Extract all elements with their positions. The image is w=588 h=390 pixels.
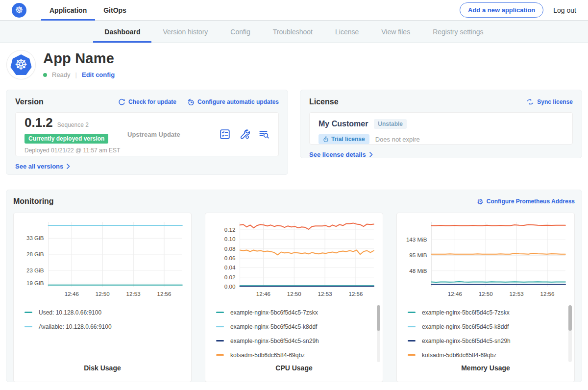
config-wrench-icon[interactable]: [239, 129, 250, 140]
legend-item: example-nginx-5bc6f5d4c5-7zskx: [408, 305, 570, 319]
chevron-right-icon: [369, 152, 373, 157]
status-text: Ready: [52, 71, 71, 78]
deploy-logs-icon[interactable]: [259, 129, 270, 140]
legend-item: kotsadm-5db6dc6584-69qbz: [408, 348, 570, 362]
legend-swatch: [216, 340, 224, 341]
memory-usage-panel: 12:4612:5012:5312:56143 MiB95 MiB48 MiB …: [396, 213, 575, 382]
current-version-panel: 0.1.2 Sequence 2 Currently deployed vers…: [15, 112, 279, 156]
sync-license-button[interactable]: Sync license: [526, 98, 573, 105]
legend-label: kotsadm-5db6dc6584-69qbz: [230, 352, 305, 359]
legend-swatch: [24, 312, 32, 313]
svg-text:23 GiB: 23 GiB: [26, 268, 44, 273]
configure-prometheus-label: Configure Prometheus Address: [487, 198, 575, 205]
legend-swatch: [216, 354, 224, 356]
legend-item: Used: 10.128.0.66:9100: [24, 305, 187, 319]
legend-item: example-nginx-5bc6f5d4c5-k8ddf: [216, 319, 379, 334]
subnav-tab-version-history[interactable]: Version history: [151, 21, 219, 43]
license-type-badge: Trial license: [318, 134, 369, 144]
topnav-tab-application[interactable]: Application: [41, 0, 95, 21]
svg-text:95 MiB: 95 MiB: [409, 252, 427, 258]
version-card: Version Check for update: [6, 90, 288, 175]
subnav-tab-registry-settings[interactable]: Registry settings: [421, 21, 494, 43]
legend-label: kotsadm-5db6dc6584-69qbz: [422, 352, 496, 359]
svg-text:12:46: 12:46: [256, 291, 270, 297]
legend-item: example-nginx-5bc6f5d4c5-7zskx: [216, 305, 379, 319]
version-number: 0.1.2: [24, 115, 53, 130]
legend-label: example-nginx-5bc6f5d4c5-sn29h: [230, 338, 319, 344]
chart-title: Disk Usage: [18, 364, 187, 379]
svg-text:12:46: 12:46: [448, 291, 462, 297]
deployed-badge: Currently deployed version: [24, 134, 108, 144]
svg-text:0.02: 0.02: [224, 274, 236, 280]
license-details-panel: My Customer Unstable Trial license Does …: [309, 112, 573, 145]
app-header: ☸ App Name Ready | Edit config: [0, 43, 588, 86]
preflight-checks-icon[interactable]: [220, 129, 230, 140]
legend-label: Available: 10.128.0.66:9100: [39, 323, 112, 330]
legend-scrollbar[interactable]: [568, 305, 572, 362]
svg-text:12:50: 12:50: [96, 291, 110, 297]
chart-title: Memory Usage: [401, 364, 570, 379]
topnav-tab-gitops[interactable]: GitOps: [95, 0, 135, 21]
scrollbar-thumb[interactable]: [377, 305, 380, 331]
legend-label: example-nginx-5bc6f5d4c5-7zskx: [230, 309, 318, 316]
subnav-tab-troubleshoot[interactable]: Troubleshoot: [262, 21, 324, 43]
chart-title: CPU Usage: [209, 364, 379, 379]
see-license-details-link[interactable]: See license details: [309, 151, 573, 158]
subnav-tab-dashboard[interactable]: Dashboard: [93, 21, 151, 43]
svg-text:12:50: 12:50: [479, 291, 493, 297]
add-new-application-button[interactable]: Add a new application: [460, 2, 543, 18]
license-type-label: Trial license: [331, 136, 365, 143]
cpu-usage-chart: 12:4612:5012:5312:560.120.100.080.060.04…: [209, 217, 379, 301]
subnav-tab-license[interactable]: License: [324, 21, 370, 43]
legend-swatch: [408, 312, 416, 313]
svg-text:0.06: 0.06: [224, 255, 236, 261]
logout-button[interactable]: Log out: [553, 6, 576, 14]
stopwatch-icon: [323, 136, 329, 143]
clock-refresh-icon: [187, 98, 195, 106]
svg-text:12:53: 12:53: [510, 291, 524, 297]
legend-swatch: [216, 312, 224, 313]
see-license-details-label: See license details: [309, 151, 366, 158]
kubernetes-heptagon-icon: ☸: [10, 54, 32, 75]
topnav-tab-label: GitOps: [103, 6, 126, 14]
legend-scrollbar[interactable]: [377, 305, 380, 362]
configure-prometheus-button[interactable]: ⚙ Configure Prometheus Address: [477, 198, 575, 205]
disk-usage-legend: Used: 10.128.0.66:9100Available: 10.128.…: [18, 305, 187, 334]
svg-text:48 MiB: 48 MiB: [409, 268, 427, 274]
legend-item: example-nginx-5bc6f5d4c5-sn29h: [216, 334, 379, 348]
legend-label: example-nginx-5bc6f5d4c5-k8ddf: [230, 323, 317, 330]
sync-license-label: Sync license: [537, 98, 573, 105]
app-avatar: ☸: [7, 50, 35, 79]
memory-usage-legend: example-nginx-5bc6f5d4c5-7zskxexample-ng…: [401, 305, 570, 362]
svg-text:12:53: 12:53: [318, 291, 332, 297]
license-card: License Sync license My Customer Unstabl…: [300, 90, 582, 158]
legend-label: example-nginx-5bc6f5d4c5-7zskx: [422, 309, 510, 316]
configure-automatic-updates-button[interactable]: Configure automatic updates: [187, 98, 279, 106]
check-for-update-label: Check for update: [128, 98, 176, 105]
svg-text:0.04: 0.04: [224, 265, 236, 270]
see-all-versions-link[interactable]: See all versions: [15, 163, 279, 170]
svg-text:12:56: 12:56: [540, 291, 554, 297]
monitoring-title: Monitoring: [13, 197, 54, 206]
svg-text:12:53: 12:53: [126, 291, 141, 297]
cpu-usage-panel: 12:4612:5012:5312:560.120.100.080.060.04…: [205, 213, 383, 382]
edit-config-link[interactable]: Edit config: [82, 71, 115, 78]
customer-name: My Customer: [318, 120, 368, 128]
version-card-title: Version: [15, 98, 44, 106]
legend-swatch: [408, 354, 416, 356]
topnav-tab-label: Application: [49, 6, 87, 14]
svg-text:0.10: 0.10: [224, 236, 236, 242]
subnav-tab-config[interactable]: Config: [219, 21, 261, 43]
kubernetes-logo-icon[interactable]: ☸: [12, 3, 26, 18]
see-all-versions-label: See all versions: [15, 163, 63, 170]
legend-item: kotsadm-5db6dc6584-69qbz: [216, 348, 379, 362]
svg-text:12:56: 12:56: [348, 291, 363, 297]
subnav-tab-view-files[interactable]: View files: [370, 21, 421, 43]
svg-text:19 GiB: 19 GiB: [26, 280, 44, 286]
legend-label: Used: 10.128.0.66:9100: [39, 309, 101, 316]
version-source: Upstream Update: [127, 131, 180, 138]
scrollbar-thumb[interactable]: [568, 305, 572, 331]
svg-text:0.00: 0.00: [224, 284, 236, 290]
check-for-update-button[interactable]: Check for update: [118, 98, 176, 106]
legend-label: example-nginx-5bc6f5d4c5-sn29h: [422, 338, 511, 344]
